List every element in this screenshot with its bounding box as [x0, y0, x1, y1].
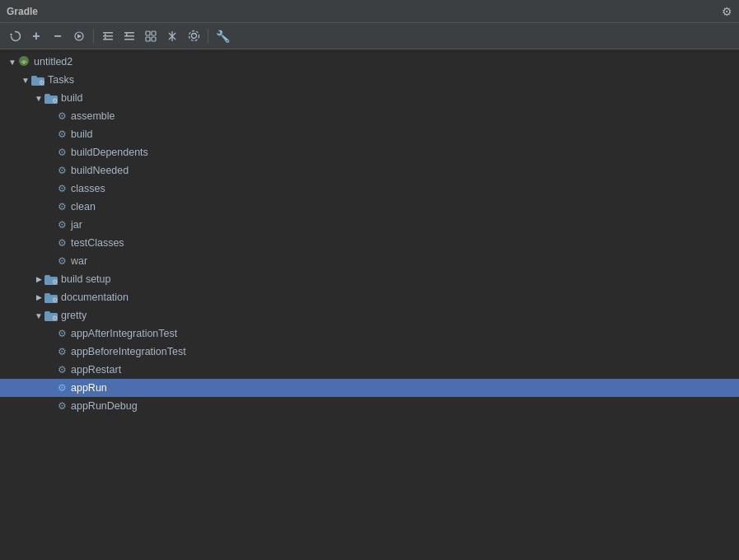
gear-icon-clean: ⚙ [58, 201, 67, 212]
build-task-label: build [71, 128, 92, 140]
tree-item-build-setup[interactable]: ▶ ⚙ build setup [0, 270, 739, 288]
tasks-folder-icon: ⚙ [31, 75, 44, 86]
tree-item-assemble[interactable]: ⚙ assemble [0, 107, 739, 125]
svg-rect-8 [124, 39, 134, 40]
gear-icon-appRunDebug: ⚙ [58, 400, 67, 412]
svg-point-20 [23, 61, 26, 63]
svg-rect-7 [124, 35, 134, 37]
remove-button[interactable]: − [48, 26, 68, 46]
collapse-all-button[interactable] [119, 26, 139, 46]
svg-text:⚙: ⚙ [52, 315, 58, 321]
svg-text:⚙: ⚙ [52, 278, 58, 285]
tree-item-testClasses[interactable]: ⚙ testClasses [0, 234, 739, 252]
tree-item-appAfterIntegrationTest[interactable]: ⚙ appAfterIntegrationTest [0, 324, 739, 343]
svg-rect-28 [44, 275, 50, 278]
arrow-build-setup: ▶ [33, 273, 44, 285]
svg-rect-13 [152, 37, 156, 41]
tree-item-documentation[interactable]: ▶ ⚙ documentation [0, 288, 739, 306]
gear-icon-war: ⚙ [58, 255, 67, 267]
gear-icon-jar: ⚙ [58, 219, 67, 231]
gear-icon-classes: ⚙ [58, 183, 67, 194]
gear-icon-testClasses: ⚙ [58, 237, 67, 249]
svg-text:⚙: ⚙ [52, 97, 58, 104]
gear-icon-build-task: ⚙ [58, 128, 67, 140]
documentation-label: documentation [61, 292, 129, 303]
documentation-folder-icon: ⚙ [44, 292, 58, 303]
gear-icon-appBeforeIntegrationTest: ⚙ [58, 346, 67, 357]
sync-button[interactable] [184, 26, 203, 46]
svg-rect-6 [124, 32, 134, 34]
assemble-label: assemble [71, 110, 115, 122]
expand-all-button[interactable] [98, 26, 118, 46]
link-button[interactable] [162, 26, 182, 46]
svg-rect-34 [44, 311, 50, 315]
tree-item-appRunDebug[interactable]: ⚙ appRunDebug [0, 397, 739, 415]
gear-icon-buildNeeded: ⚙ [58, 165, 67, 176]
tree-item-tasks[interactable]: ▼ ⚙ Tasks [0, 71, 739, 89]
appBeforeIntegrationTest-label: appBeforeIntegrationTest [71, 346, 186, 357]
add-button[interactable]: + [26, 26, 46, 46]
buildDependents-label: buildDependents [71, 147, 148, 158]
group-button[interactable] [141, 26, 161, 46]
gradle-panel: Gradle ⚙ + − [0, 0, 739, 560]
svg-rect-22 [31, 76, 37, 79]
tasks-label: Tasks [48, 74, 74, 86]
tree-item-buildDependents[interactable]: ⚙ buildDependents [0, 143, 739, 161]
arrow-tasks: ▼ [20, 74, 31, 86]
appRunDebug-label: appRunDebug [71, 400, 138, 412]
gear-icon-appRestart: ⚙ [58, 364, 67, 376]
svg-rect-3 [103, 39, 113, 40]
arrow-documentation: ▶ [33, 292, 44, 303]
title-bar-left: Gradle [7, 6, 38, 17]
gear-icon-appRun: ⚙ [58, 382, 67, 394]
tree-item-jar[interactable]: ⚙ jar [0, 216, 739, 234]
war-label: war [71, 255, 87, 267]
tree-item-war[interactable]: ⚙ war [0, 252, 739, 270]
svg-rect-5 [105, 37, 106, 40]
svg-point-18 [191, 34, 196, 39]
svg-rect-9 [126, 33, 128, 35]
gear-icon-buildDependents: ⚙ [58, 147, 67, 158]
build-folder-label: build [61, 92, 82, 104]
svg-rect-2 [103, 35, 113, 37]
svg-rect-10 [146, 31, 150, 35]
tree-container[interactable]: ▼ untitled2 ▼ ⚙ Tasks [0, 49, 739, 560]
svg-point-17 [189, 31, 199, 41]
svg-text:⚙: ⚙ [39, 79, 44, 86]
project-label: untitled2 [34, 56, 72, 68]
testClasses-label: testClasses [71, 237, 124, 249]
jar-label: jar [71, 219, 82, 231]
tree-item-classes[interactable]: ⚙ classes [0, 180, 739, 198]
svg-rect-31 [44, 293, 50, 296]
classes-label: classes [71, 183, 105, 194]
tree-item-appRestart[interactable]: ⚙ appRestart [0, 361, 739, 379]
project-icon [18, 55, 30, 69]
svg-rect-4 [105, 34, 106, 36]
appRun-label: appRun [71, 382, 107, 394]
gear-icon-assemble: ⚙ [58, 110, 67, 122]
tree-item-appRun[interactable]: ⚙ appRun [0, 379, 739, 397]
build-setup-label: build setup [61, 273, 110, 285]
run-button[interactable] [69, 26, 89, 46]
gear-icon-appAfterIntegrationTest: ⚙ [58, 328, 67, 339]
clean-label: clean [71, 201, 96, 212]
tree-item-buildNeeded[interactable]: ⚙ buildNeeded [0, 161, 739, 180]
settings-icon[interactable]: ⚙ [722, 5, 732, 18]
svg-rect-1 [103, 32, 113, 34]
toolbar: + − [0, 23, 739, 49]
tree-item-clean[interactable]: ⚙ clean [0, 198, 739, 216]
tree-item-gretty[interactable]: ▼ ⚙ gretty [0, 306, 739, 324]
panel-title: Gradle [7, 6, 38, 17]
gretty-label: gretty [61, 310, 87, 321]
appAfterIntegrationTest-label: appAfterIntegrationTest [71, 328, 177, 339]
build-folder-icon: ⚙ [44, 93, 58, 104]
build-setup-folder-icon: ⚙ [44, 274, 58, 285]
arrow-build: ▼ [33, 92, 44, 104]
tree-item-appBeforeIntegrationTest[interactable]: ⚙ appBeforeIntegrationTest [0, 343, 739, 361]
appRestart-label: appRestart [71, 364, 121, 376]
tree-item-build-task[interactable]: ⚙ build [0, 125, 739, 143]
tree-item-build-folder[interactable]: ▼ ⚙ build [0, 89, 739, 107]
tree-item-untitled2[interactable]: ▼ untitled2 [0, 53, 739, 71]
refresh-button[interactable] [5, 26, 25, 46]
wrench-button[interactable]: 🔧 [213, 26, 232, 46]
